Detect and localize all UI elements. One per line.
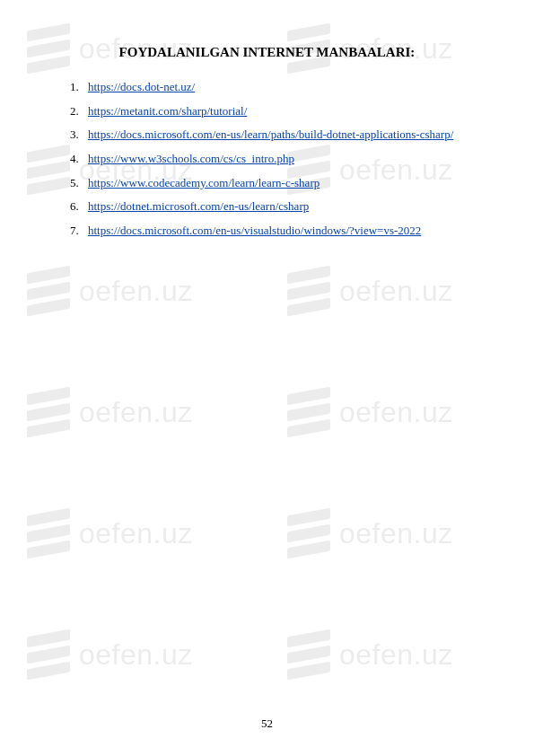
- list-item: 4. https://www.w3schools.com/cs/cs_intro…: [70, 148, 480, 171]
- list-item-number: 1.: [70, 76, 88, 99]
- stack-icon: [27, 269, 70, 312]
- list-item-number: 6.: [70, 196, 88, 218]
- list-item: 2. https://metanit.com/sharp/tutorial/: [70, 101, 480, 123]
- list-item: 7. https://docs.microsoft.com/en-us/visu…: [70, 220, 480, 242]
- watermark-text: oefen.uz: [79, 638, 193, 672]
- list-item: 5. https://www.codecademy.com/learn/lear…: [70, 172, 480, 195]
- list-item-number: 2.: [70, 101, 88, 123]
- reference-link[interactable]: https://metanit.com/sharp/tutorial/: [88, 101, 247, 123]
- reference-link[interactable]: https://www.w3schools.com/cs/cs_intro.ph…: [88, 148, 294, 171]
- stack-icon: [287, 391, 330, 434]
- watermark-text: oefen.uz: [339, 638, 453, 672]
- list-item: 3. https://docs.microsoft.com/en-us/lear…: [70, 124, 480, 146]
- reference-link[interactable]: https://dotnet.microsoft.com/en-us/learn…: [88, 196, 309, 218]
- list-item-number: 7.: [70, 220, 88, 242]
- stack-icon: [27, 391, 70, 434]
- stack-icon: [287, 512, 330, 555]
- list-item: 1. https://docs.dot-net.uz/: [70, 76, 480, 99]
- reference-link[interactable]: https://docs.dot-net.uz/: [88, 76, 195, 99]
- list-item: 6. https://dotnet.microsoft.com/en-us/le…: [70, 196, 480, 218]
- watermark-text: oefen.uz: [339, 275, 453, 308]
- list-item-number: 4.: [70, 148, 88, 171]
- stack-icon: [27, 512, 70, 555]
- list-item-number: 3.: [70, 124, 88, 146]
- watermark-text: oefen.uz: [339, 396, 453, 429]
- reference-link[interactable]: https://docs.microsoft.com/en-us/learn/p…: [88, 124, 453, 146]
- stack-icon: [287, 269, 330, 312]
- references-list: 1. https://docs.dot-net.uz/ 2. https://m…: [54, 76, 480, 242]
- reference-link[interactable]: https://www.codecademy.com/learn/learn-c…: [88, 172, 320, 195]
- reference-link[interactable]: https://docs.microsoft.com/en-us/visuals…: [88, 220, 421, 242]
- watermark-text: oefen.uz: [339, 517, 453, 550]
- list-item-number: 5.: [70, 172, 88, 195]
- document-content: FOYDALANILGAN INTERNET MANBAALARI: 1. ht…: [0, 0, 534, 242]
- watermark-text: oefen.uz: [79, 517, 193, 550]
- page-number: 52: [0, 716, 534, 731]
- stack-icon: [287, 633, 330, 676]
- page-title: FOYDALANILGAN INTERNET MANBAALARI:: [54, 45, 480, 60]
- watermark-text: oefen.uz: [79, 275, 193, 308]
- watermark-text: oefen.uz: [79, 396, 193, 429]
- stack-icon: [27, 633, 70, 676]
